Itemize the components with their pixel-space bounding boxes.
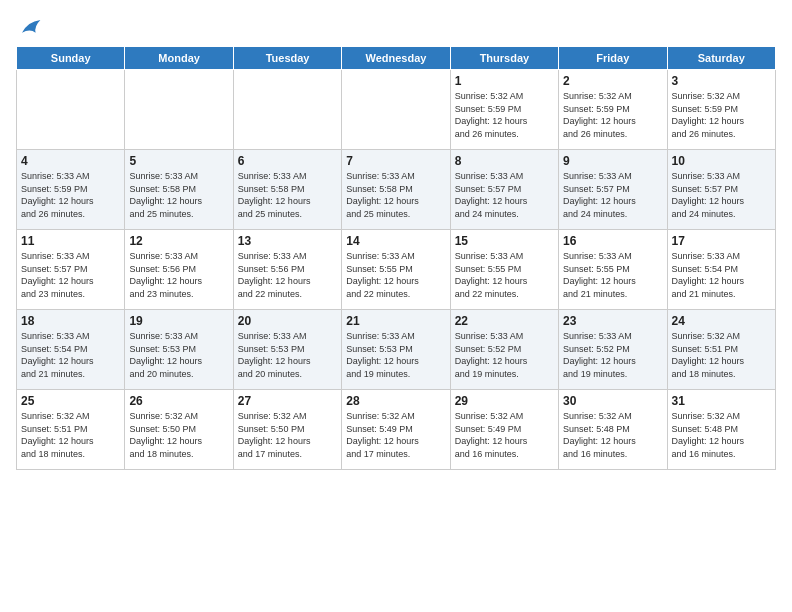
day-number: 8	[455, 154, 554, 168]
day-number: 15	[455, 234, 554, 248]
day-info: Sunrise: 5:33 AMSunset: 5:57 PMDaylight:…	[455, 170, 554, 220]
day-number: 1	[455, 74, 554, 88]
day-info: Sunrise: 5:33 AMSunset: 5:53 PMDaylight:…	[238, 330, 337, 380]
calendar-cell: 11Sunrise: 5:33 AMSunset: 5:57 PMDayligh…	[17, 230, 125, 310]
calendar-cell: 10Sunrise: 5:33 AMSunset: 5:57 PMDayligh…	[667, 150, 775, 230]
day-number: 30	[563, 394, 662, 408]
day-info: Sunrise: 5:32 AMSunset: 5:48 PMDaylight:…	[672, 410, 771, 460]
day-info: Sunrise: 5:32 AMSunset: 5:59 PMDaylight:…	[455, 90, 554, 140]
day-number: 26	[129, 394, 228, 408]
day-number: 11	[21, 234, 120, 248]
calendar-cell: 7Sunrise: 5:33 AMSunset: 5:58 PMDaylight…	[342, 150, 450, 230]
calendar-cell: 5Sunrise: 5:33 AMSunset: 5:58 PMDaylight…	[125, 150, 233, 230]
calendar-cell: 28Sunrise: 5:32 AMSunset: 5:49 PMDayligh…	[342, 390, 450, 470]
calendar-cell	[17, 70, 125, 150]
calendar-cell: 3Sunrise: 5:32 AMSunset: 5:59 PMDaylight…	[667, 70, 775, 150]
calendar-cell: 12Sunrise: 5:33 AMSunset: 5:56 PMDayligh…	[125, 230, 233, 310]
day-number: 10	[672, 154, 771, 168]
calendar-cell	[342, 70, 450, 150]
calendar-cell: 9Sunrise: 5:33 AMSunset: 5:57 PMDaylight…	[559, 150, 667, 230]
week-row-2: 4Sunrise: 5:33 AMSunset: 5:59 PMDaylight…	[17, 150, 776, 230]
calendar-cell: 15Sunrise: 5:33 AMSunset: 5:55 PMDayligh…	[450, 230, 558, 310]
calendar-cell: 1Sunrise: 5:32 AMSunset: 5:59 PMDaylight…	[450, 70, 558, 150]
day-info: Sunrise: 5:33 AMSunset: 5:58 PMDaylight:…	[238, 170, 337, 220]
day-number: 2	[563, 74, 662, 88]
day-info: Sunrise: 5:32 AMSunset: 5:49 PMDaylight:…	[455, 410, 554, 460]
logo	[16, 20, 42, 38]
calendar-header: SundayMondayTuesdayWednesdayThursdayFrid…	[17, 47, 776, 70]
day-header-tuesday: Tuesday	[233, 47, 341, 70]
day-info: Sunrise: 5:32 AMSunset: 5:51 PMDaylight:…	[672, 330, 771, 380]
day-header-friday: Friday	[559, 47, 667, 70]
header-row: SundayMondayTuesdayWednesdayThursdayFrid…	[17, 47, 776, 70]
day-header-wednesday: Wednesday	[342, 47, 450, 70]
day-info: Sunrise: 5:33 AMSunset: 5:56 PMDaylight:…	[238, 250, 337, 300]
day-number: 16	[563, 234, 662, 248]
day-number: 23	[563, 314, 662, 328]
day-header-saturday: Saturday	[667, 47, 775, 70]
calendar-table: SundayMondayTuesdayWednesdayThursdayFrid…	[16, 46, 776, 470]
day-header-sunday: Sunday	[17, 47, 125, 70]
calendar-cell: 4Sunrise: 5:33 AMSunset: 5:59 PMDaylight…	[17, 150, 125, 230]
day-info: Sunrise: 5:33 AMSunset: 5:54 PMDaylight:…	[672, 250, 771, 300]
day-info: Sunrise: 5:33 AMSunset: 5:58 PMDaylight:…	[129, 170, 228, 220]
day-info: Sunrise: 5:33 AMSunset: 5:57 PMDaylight:…	[563, 170, 662, 220]
calendar-cell: 24Sunrise: 5:32 AMSunset: 5:51 PMDayligh…	[667, 310, 775, 390]
week-row-1: 1Sunrise: 5:32 AMSunset: 5:59 PMDaylight…	[17, 70, 776, 150]
day-info: Sunrise: 5:33 AMSunset: 5:59 PMDaylight:…	[21, 170, 120, 220]
logo-bird-icon	[18, 18, 42, 38]
day-number: 6	[238, 154, 337, 168]
header	[16, 16, 776, 38]
calendar-cell: 29Sunrise: 5:32 AMSunset: 5:49 PMDayligh…	[450, 390, 558, 470]
day-number: 29	[455, 394, 554, 408]
calendar-cell: 8Sunrise: 5:33 AMSunset: 5:57 PMDaylight…	[450, 150, 558, 230]
calendar-cell	[233, 70, 341, 150]
day-number: 14	[346, 234, 445, 248]
day-number: 7	[346, 154, 445, 168]
calendar-cell: 19Sunrise: 5:33 AMSunset: 5:53 PMDayligh…	[125, 310, 233, 390]
day-info: Sunrise: 5:33 AMSunset: 5:54 PMDaylight:…	[21, 330, 120, 380]
day-number: 22	[455, 314, 554, 328]
day-info: Sunrise: 5:32 AMSunset: 5:48 PMDaylight:…	[563, 410, 662, 460]
day-number: 13	[238, 234, 337, 248]
day-info: Sunrise: 5:32 AMSunset: 5:51 PMDaylight:…	[21, 410, 120, 460]
day-info: Sunrise: 5:33 AMSunset: 5:56 PMDaylight:…	[129, 250, 228, 300]
calendar-cell: 27Sunrise: 5:32 AMSunset: 5:50 PMDayligh…	[233, 390, 341, 470]
day-number: 27	[238, 394, 337, 408]
day-number: 25	[21, 394, 120, 408]
day-info: Sunrise: 5:33 AMSunset: 5:57 PMDaylight:…	[21, 250, 120, 300]
week-row-5: 25Sunrise: 5:32 AMSunset: 5:51 PMDayligh…	[17, 390, 776, 470]
day-number: 20	[238, 314, 337, 328]
day-number: 17	[672, 234, 771, 248]
day-number: 4	[21, 154, 120, 168]
calendar-cell: 17Sunrise: 5:33 AMSunset: 5:54 PMDayligh…	[667, 230, 775, 310]
calendar-cell: 21Sunrise: 5:33 AMSunset: 5:53 PMDayligh…	[342, 310, 450, 390]
calendar-cell: 25Sunrise: 5:32 AMSunset: 5:51 PMDayligh…	[17, 390, 125, 470]
calendar-cell: 20Sunrise: 5:33 AMSunset: 5:53 PMDayligh…	[233, 310, 341, 390]
day-number: 3	[672, 74, 771, 88]
day-number: 5	[129, 154, 228, 168]
calendar-body: 1Sunrise: 5:32 AMSunset: 5:59 PMDaylight…	[17, 70, 776, 470]
day-number: 28	[346, 394, 445, 408]
day-info: Sunrise: 5:33 AMSunset: 5:52 PMDaylight:…	[455, 330, 554, 380]
day-info: Sunrise: 5:32 AMSunset: 5:59 PMDaylight:…	[672, 90, 771, 140]
day-info: Sunrise: 5:33 AMSunset: 5:55 PMDaylight:…	[346, 250, 445, 300]
day-info: Sunrise: 5:32 AMSunset: 5:50 PMDaylight:…	[238, 410, 337, 460]
day-info: Sunrise: 5:33 AMSunset: 5:53 PMDaylight:…	[346, 330, 445, 380]
day-info: Sunrise: 5:33 AMSunset: 5:58 PMDaylight:…	[346, 170, 445, 220]
day-number: 18	[21, 314, 120, 328]
calendar-cell	[125, 70, 233, 150]
day-number: 31	[672, 394, 771, 408]
calendar-cell: 14Sunrise: 5:33 AMSunset: 5:55 PMDayligh…	[342, 230, 450, 310]
day-number: 21	[346, 314, 445, 328]
day-number: 19	[129, 314, 228, 328]
day-info: Sunrise: 5:33 AMSunset: 5:53 PMDaylight:…	[129, 330, 228, 380]
day-info: Sunrise: 5:33 AMSunset: 5:55 PMDaylight:…	[563, 250, 662, 300]
calendar-cell: 23Sunrise: 5:33 AMSunset: 5:52 PMDayligh…	[559, 310, 667, 390]
day-header-monday: Monday	[125, 47, 233, 70]
day-number: 12	[129, 234, 228, 248]
calendar-cell: 2Sunrise: 5:32 AMSunset: 5:59 PMDaylight…	[559, 70, 667, 150]
calendar-cell: 22Sunrise: 5:33 AMSunset: 5:52 PMDayligh…	[450, 310, 558, 390]
day-info: Sunrise: 5:33 AMSunset: 5:55 PMDaylight:…	[455, 250, 554, 300]
day-info: Sunrise: 5:32 AMSunset: 5:49 PMDaylight:…	[346, 410, 445, 460]
